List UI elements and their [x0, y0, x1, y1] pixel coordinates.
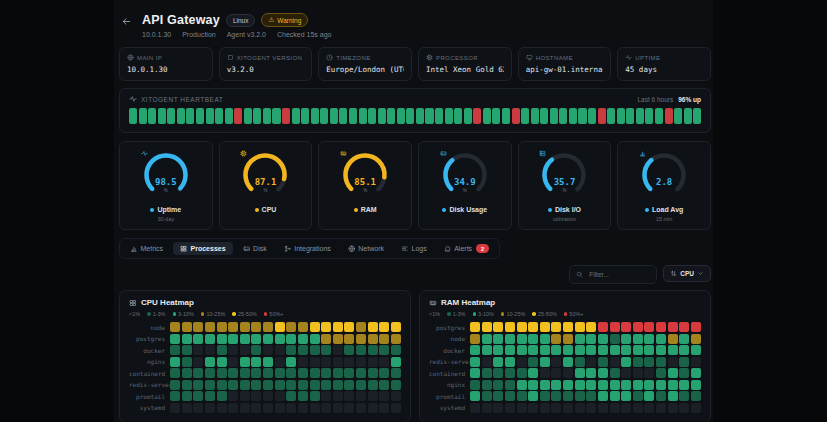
server-detail-page: API Gateway Linux ⚠Warning 10.0.1.30Prod… [119, 0, 711, 422]
bar-chart-icon [130, 245, 138, 253]
tab-metrics[interactable]: Metrics [123, 242, 170, 256]
server-meta: 10.0.1.30ProductionAgent v3.2.0Checked 1… [142, 31, 331, 38]
legend-label: 10-25% [506, 311, 525, 317]
heatmap-cell [205, 334, 215, 344]
gauge-dot [354, 208, 358, 212]
tab-processes[interactable]: Processes [173, 242, 233, 256]
heatmap-cell [621, 345, 631, 355]
heatmap-cell [598, 380, 608, 390]
chevron-down-icon [697, 270, 704, 277]
tab-logs[interactable]: Logs [394, 242, 434, 256]
heatmap-cell [356, 368, 366, 378]
heartbeat-bar [521, 108, 529, 124]
heatmap-cell [493, 368, 503, 378]
heatmap-cell [679, 403, 689, 413]
heatmap-cell [321, 368, 331, 378]
heatmap-cell [286, 334, 296, 344]
ram-icon [429, 299, 437, 307]
heatmap-cell [482, 345, 492, 355]
heatmap-cell [621, 391, 631, 401]
gauge-unit: % [263, 188, 267, 193]
heatmap-row-postgres: postgres [129, 334, 401, 344]
tab-alerts[interactable]: Alerts2 [437, 241, 496, 256]
heatmap-cell [193, 334, 203, 344]
heatmap-cell [482, 334, 492, 344]
process-name: redis-server [129, 381, 170, 388]
heatmap-legend: <1%1-3%3-10%10-25%25-50%50%+ [429, 311, 701, 317]
heartbeat-bar [158, 108, 166, 124]
tab-disk[interactable]: Disk [236, 242, 274, 256]
back-button[interactable] [119, 15, 133, 29]
info-card-value: Intel Xeon Gold 6248… [426, 65, 504, 74]
sort-dropdown[interactable]: CPU [663, 265, 711, 282]
heatmap-cell [610, 380, 620, 390]
grid-icon [180, 245, 188, 253]
heartbeat-bars [129, 108, 701, 124]
heatmap-cell [505, 391, 515, 401]
heatmap-cell [182, 403, 192, 413]
heatmap-cell [240, 403, 250, 413]
heatmap-cell [679, 345, 689, 355]
heatmap-cell [679, 391, 689, 401]
heatmap-cell [228, 368, 238, 378]
heatmap-row-promtail: promtail [429, 391, 701, 401]
heatmap-cell [505, 322, 515, 332]
info-card-label: MAIN IP [137, 55, 162, 61]
heatmap-cell [610, 345, 620, 355]
tab-label: Integrations [294, 245, 331, 252]
heatmap-cell [217, 334, 227, 344]
info-card-xitogent-version: XITOGENT VERSIONv3.2.0 [219, 47, 313, 81]
alerts-count-badge: 2 [476, 244, 489, 253]
gauge-label: Disk Usage [449, 206, 487, 213]
heatmap-row-nginx: nginx [129, 357, 401, 367]
heatmap-cell [691, 345, 701, 355]
heatmap-cell [586, 368, 596, 378]
tab-network[interactable]: Network [341, 242, 391, 256]
heatmap-cell [540, 334, 550, 344]
heatmap-cell [240, 322, 250, 332]
heatmap-cell [610, 357, 620, 367]
heartbeat-bar [464, 108, 472, 124]
process-name: docker [429, 347, 470, 354]
heatmap-cell [679, 380, 689, 390]
heatmap-row-containerd: containerd [129, 368, 401, 378]
heatmap-cell [563, 380, 573, 390]
heartbeat-bar [292, 108, 300, 124]
heatmap-row-redis-server: redis-server [129, 380, 401, 390]
back-arrow-icon [121, 16, 132, 27]
heatmap-cell [563, 345, 573, 355]
legend-label: 10-25% [206, 311, 225, 317]
heatmap-cell [586, 322, 596, 332]
heatmap-cell [551, 357, 561, 367]
gauge-unit: % [562, 188, 566, 193]
heatmap-cell [379, 334, 389, 344]
filter-search[interactable] [569, 265, 657, 284]
heatmaps-row: CPU Heatmap<1%1-3%3-10%10-25%25-50%50%+n… [119, 290, 711, 422]
process-name: nginx [429, 381, 470, 388]
heatmap-cell [656, 368, 666, 378]
heatmap-cell [379, 391, 389, 401]
tab-integrations[interactable]: Integrations [277, 242, 338, 256]
heatmap-cell [621, 368, 631, 378]
heartbeat-uptime: 96% up [678, 96, 701, 103]
heartbeat-bar [435, 108, 443, 124]
heartbeat-bar [359, 108, 367, 124]
heatmap-cell [528, 380, 538, 390]
gauge-value: 2.8 [656, 177, 672, 187]
heatmap-cell [379, 403, 389, 413]
heatmap-cell [505, 380, 515, 390]
gauge-sublabel: 30-day [157, 216, 174, 222]
info-card-label: TIMEZONE [336, 55, 370, 61]
heatmap-cell [644, 322, 654, 332]
heartbeat-bar [177, 108, 185, 124]
heatmap-cell [644, 334, 654, 344]
heatmap-cell [551, 345, 561, 355]
heartbeat-bar [607, 108, 615, 124]
heatmap-cell [286, 380, 296, 390]
legend-dot [264, 312, 268, 316]
heatmap-cell [391, 391, 401, 401]
heatmap-cell [668, 380, 678, 390]
heatmap-cell [551, 322, 561, 332]
heatmap-cell [228, 403, 238, 413]
filter-input[interactable] [587, 270, 650, 279]
